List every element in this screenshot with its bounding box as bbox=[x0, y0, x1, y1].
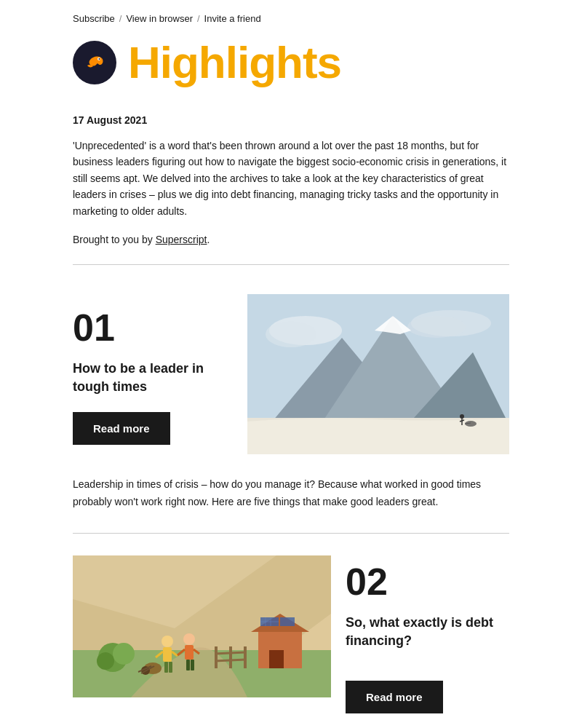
svg-point-47 bbox=[97, 652, 114, 670]
svg-point-6 bbox=[407, 316, 466, 338]
brought-by-prefix: Brought to you by bbox=[73, 234, 156, 245]
svg-rect-26 bbox=[244, 646, 247, 668]
article-1-description: Leadership in times of crisis – how do y… bbox=[0, 469, 582, 526]
section-divider-2 bbox=[73, 533, 509, 534]
svg-rect-40 bbox=[191, 660, 194, 670]
article-2-read-more-button[interactable]: Read more bbox=[346, 681, 443, 713]
svg-point-35 bbox=[183, 633, 195, 645]
intro-body: 'Unprecedented' is a word that's been th… bbox=[73, 138, 509, 219]
svg-point-12 bbox=[460, 414, 464, 419]
mountain-landscape-icon bbox=[247, 294, 509, 454]
page-title: Highlights bbox=[128, 40, 341, 85]
svg-rect-23 bbox=[269, 650, 284, 668]
article-1-left: 01 How to be a leader in tough times Rea… bbox=[73, 294, 233, 445]
article-2-right: 02 So, what exactly is debt financing? R… bbox=[346, 555, 509, 713]
svg-line-28 bbox=[215, 660, 245, 661]
svg-rect-33 bbox=[164, 662, 168, 673]
svg-point-29 bbox=[162, 636, 173, 647]
nav-separator-2: / bbox=[197, 13, 200, 24]
article-1-section: 01 How to be a leader in tough times Rea… bbox=[0, 272, 582, 469]
date-section: 17 August 2021 bbox=[0, 100, 582, 132]
invite-friend-link[interactable]: Invite a friend bbox=[204, 13, 261, 24]
article-2-number: 02 bbox=[346, 563, 509, 601]
logo-circle bbox=[73, 41, 116, 84]
article-1-number: 01 bbox=[73, 309, 233, 347]
view-browser-link[interactable]: View in browser bbox=[126, 13, 193, 24]
article-1-read-more-button[interactable]: Read more bbox=[73, 412, 170, 445]
article-2-title: So, what exactly is debt financing? bbox=[346, 614, 509, 650]
community-illustration-icon bbox=[73, 555, 331, 697]
article-2-image bbox=[73, 555, 331, 697]
article-1-title: How to be a leader in tough times bbox=[73, 360, 233, 396]
brought-by-section: Brought to you by Superscript. bbox=[0, 231, 582, 257]
subscribe-link[interactable]: Subscribe bbox=[73, 13, 115, 24]
article-date: 17 August 2021 bbox=[73, 114, 509, 126]
brought-by-suffix: . bbox=[207, 234, 210, 245]
intro-section: 'Unprecedented' is a word that's been th… bbox=[0, 132, 582, 231]
svg-line-27 bbox=[215, 652, 245, 654]
svg-point-4 bbox=[266, 321, 316, 347]
nav-separator-1: / bbox=[119, 13, 122, 24]
svg-rect-30 bbox=[163, 647, 172, 662]
svg-point-46 bbox=[113, 643, 135, 665]
svg-rect-36 bbox=[185, 645, 194, 660]
superscript-link[interactable]: Superscript bbox=[156, 234, 207, 245]
logo-bird-icon bbox=[81, 50, 108, 76]
section-divider-1 bbox=[73, 264, 509, 265]
article-1-body: Leadership in times of crisis – how do y… bbox=[73, 476, 509, 511]
svg-point-1 bbox=[99, 58, 100, 60]
header: Highlights bbox=[0, 33, 582, 100]
article-1-image bbox=[247, 294, 509, 454]
article-2-section: 02 So, what exactly is debt financing? R… bbox=[0, 541, 582, 728]
svg-rect-34 bbox=[169, 662, 172, 673]
svg-rect-39 bbox=[186, 660, 190, 670]
svg-rect-24 bbox=[215, 646, 218, 668]
svg-rect-49 bbox=[280, 617, 295, 626]
svg-rect-25 bbox=[229, 646, 232, 668]
top-navigation: Subscribe / View in browser / Invite a f… bbox=[0, 0, 582, 33]
